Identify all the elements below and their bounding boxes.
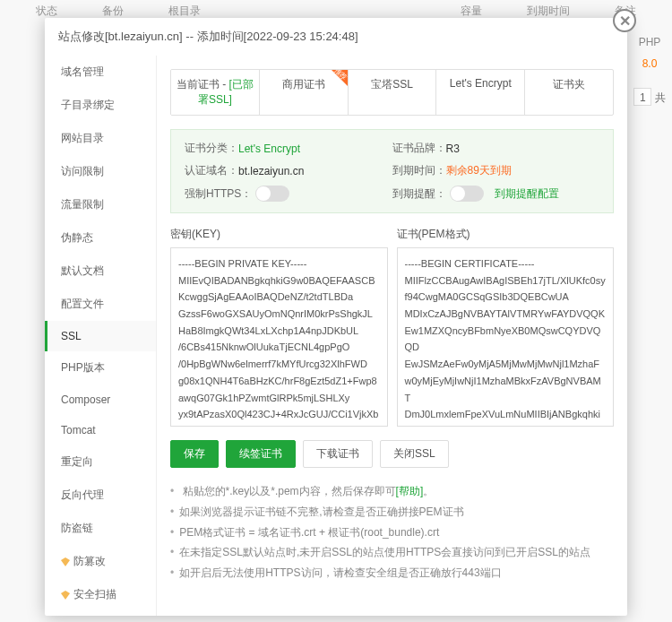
force-https-label: 强制HTTPS： [185,186,252,202]
site-edit-dialog: ✕ 站点修改[bt.lezaiyun.cn] -- 添加时间[2022-09-2… [45,18,627,616]
sidebar-item-label: PHP版本 [61,360,105,376]
pem-textarea[interactable] [397,247,615,427]
sidebar-item-reverse-proxy[interactable]: 反向代理 [45,479,156,512]
close-icon[interactable]: ✕ [613,9,636,32]
tab-current-cert[interactable]: 当前证书 - [已部署SSL] [171,70,260,115]
sidebar-item-label: 防盗链 [61,521,93,536]
sidebar-item-label: 防篡改 [73,554,106,569]
sidebar-item-traffic-limit[interactable]: 流量限制 [45,188,156,221]
sidebar-item-label: 网站目录 [61,131,104,146]
sidebar-item-config-file[interactable]: 配置文件 [45,288,156,321]
sidebar-item-label: 反向代理 [61,488,104,503]
tab-lets-encrypt[interactable]: Let's Encrypt [436,70,525,115]
sidebar-item-label: 伪静态 [61,230,93,246]
sidebar-item-domain-mgmt[interactable]: 域名管理 [45,56,156,89]
bg-php-version[interactable]: 8.0 [632,57,668,70]
sidebar-item-hotlink[interactable]: 防盗链 [45,512,156,545]
sidebar-item-label: 配置文件 [61,297,104,312]
sidebar-item-security-scan[interactable]: 安全扫描 [45,578,156,611]
sidebar-item-default-doc[interactable]: 默认文档 [45,255,156,288]
content-pane: 当前证书 - [已部署SSL]商用证书推荐宝塔SSLLet's Encrypt证… [157,56,627,616]
sidebar-item-label: 默认文档 [61,263,104,279]
sidebar-item-access-limit[interactable]: 访问限制 [45,155,156,188]
sidebar-item-php-version[interactable]: PHP版本 [45,351,156,384]
cert-info-box: 证书分类： Let's Encrypt 证书品牌： R3 认证域名： bt.le… [170,129,614,213]
expire-remind-toggle[interactable] [450,186,484,202]
pem-title: 证书(PEM格式) [397,227,615,242]
sidebar-item-label: Composer [61,393,110,406]
sidebar-item-label: 子目录绑定 [61,98,115,113]
sidebar-item-rewrite[interactable]: 伪静态 [45,221,156,255]
sidebar-item-site-dir[interactable]: 网站目录 [45,122,156,155]
cert-brand-value: R3 [446,143,460,155]
cert-expire-label: 到期时间： [392,163,446,178]
sidebar-item-composer[interactable]: Composer [45,384,156,415]
key-title: 密钥(KEY) [170,227,388,242]
diamond-icon [61,591,70,600]
tip-item: 在未指定SSL默认站点时,未开启SSL的站点使用HTTPS会直接访问到已开启SS… [170,542,614,563]
sidebar: 域名管理子目录绑定网站目录访问限制流量限制伪静态默认文档配置文件SSLPHP版本… [45,56,157,616]
dialog-title: 站点修改[bt.lezaiyun.cn] -- 添加时间[2022-09-23 … [45,18,627,56]
sidebar-item-label: 访问限制 [61,164,104,179]
tabs: 当前证书 - [已部署SSL]商用证书推荐宝塔SSLLet's Encrypt证… [170,69,614,116]
diamond-icon [61,557,70,566]
renew-button[interactable]: 续签证书 [226,440,296,468]
cert-category-value: Let's Encrypt [238,143,300,155]
sidebar-item-tamper[interactable]: 防篡改 [45,545,156,578]
tip-item: 如果浏览器提示证书链不完整,请检查是否正确拼接PEM证书 [170,502,614,523]
svg-marker-1 [61,591,70,600]
sidebar-item-site-log[interactable]: 网站日志 [45,611,156,622]
sidebar-item-label: SSL [61,330,82,342]
tip-item: 如开启后无法使用HTTPS访问，请检查安全组是否正确放行443端口 [170,563,614,583]
download-button[interactable]: 下载证书 [303,440,373,468]
tab-cert-folder[interactable]: 证书夹 [525,70,613,115]
sidebar-item-label: 重定向 [61,454,93,470]
help-link[interactable]: [帮助] [396,485,424,497]
bg-page-num[interactable]: 1 [633,88,651,106]
tip-item: 粘贴您的*.key以及*.pem内容，然后保存即可[帮助]。 [170,481,614,502]
tab-commercial[interactable]: 商用证书推荐 [260,70,349,115]
expire-remind-label: 到期提醒： [392,186,446,202]
bg-php-label: PHP [632,36,668,48]
cert-expire-value: 剩余89天到期 [446,163,512,178]
cert-category-label: 证书分类： [185,141,238,156]
cert-brand-label: 证书品牌： [392,141,446,156]
sidebar-item-label: 安全扫描 [73,587,116,602]
key-textarea[interactable] [170,247,388,427]
close-ssl-button[interactable]: 关闭SSL [380,440,449,468]
tip-item: PEM格式证书 = 域名证书.crt + 根证书(root_bundle).cr… [170,523,614,543]
sidebar-item-label: Tomcat [61,424,96,436]
sidebar-item-ssl[interactable]: SSL [45,321,156,351]
tips-list: 粘贴您的*.key以及*.pem内容，然后保存即可[帮助]。 如果浏览器提示证书… [170,481,614,583]
bg-total-prefix: 共 [655,91,666,104]
save-button[interactable]: 保存 [170,440,219,468]
tab-bt-ssl[interactable]: 宝塔SSL [349,70,437,115]
cert-domain-label: 认证域名： [185,163,238,178]
sidebar-item-redirect[interactable]: 重定向 [45,445,156,479]
sidebar-item-tomcat[interactable]: Tomcat [45,415,156,445]
sidebar-item-label: 流量限制 [61,197,104,212]
expire-remind-config-link[interactable]: 到期提醒配置 [495,186,559,202]
svg-marker-0 [61,557,70,566]
sidebar-item-subdir-bind[interactable]: 子目录绑定 [45,89,156,122]
force-https-toggle[interactable] [255,186,289,202]
cert-domain-value: bt.lezaiyun.cn [238,165,304,177]
sidebar-item-label: 域名管理 [61,65,104,80]
